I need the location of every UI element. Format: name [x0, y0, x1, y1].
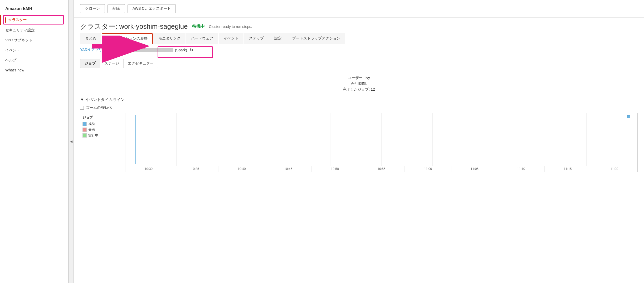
grid-line-2 [228, 113, 228, 166]
axis-label-4: 10:50 [311, 166, 358, 172]
sub-tab-executors[interactable]: エグゼキュター [123, 59, 158, 68]
grid-line-5 [381, 113, 382, 166]
grid-line-8 [535, 113, 535, 166]
axis-spacer [80, 166, 125, 172]
page-title: クラスター: work-yoshim-sageglue [80, 22, 188, 31]
grid-line-7 [484, 113, 484, 166]
tab-settings[interactable]: 設定 [269, 33, 287, 44]
breadcrumb-link[interactable]: YARN アプリケーション [80, 48, 121, 52]
axis-label-1: 10:35 [172, 166, 218, 172]
grid-line-4 [330, 113, 330, 166]
grid-line-3 [279, 113, 279, 166]
breadcrumb: YARN アプリケーション > (Spark) ↻ [74, 44, 644, 56]
axis-label-7: 11:05 [451, 166, 498, 172]
grid-line-9 [586, 113, 587, 166]
legend-title: ジョブ [82, 115, 123, 120]
breadcrumb-separator: > [122, 48, 124, 52]
breadcrumb-spark: (Spark) [175, 48, 187, 52]
sub-tab-jobs[interactable]: ジョブ [80, 59, 100, 68]
grid-line-0 [125, 113, 125, 166]
sub-tab-stages[interactable]: ステージ [100, 59, 124, 68]
user-label: ユーザー: livy [80, 76, 638, 80]
legend-success-color [82, 122, 87, 126]
refresh-button[interactable]: ↻ [190, 47, 193, 52]
job-bar-end-marker [627, 115, 630, 118]
sidebar-item-whatsnew[interactable]: What's new [0, 65, 68, 75]
page-header: クラスター: work-yoshim-sageglue 待機中 Cluster … [74, 18, 644, 33]
job-bar-1 [630, 115, 630, 164]
clone-button[interactable]: クローン [80, 4, 105, 13]
chart-legend: ジョブ 成功 失敗 実行中 [80, 113, 125, 166]
tab-steps[interactable]: ステップ [244, 33, 269, 44]
sidebar-item-clusters[interactable]: クラスター [0, 15, 68, 25]
sidebar-title: Amazon EMR [0, 3, 68, 15]
grid-line-6 [432, 113, 433, 166]
zoom-label: ズームの有効化 [86, 105, 112, 110]
breadcrumb-blurred [126, 48, 173, 52]
job-info: ユーザー: livy 合計時間: 完了したジョブ: 12 [74, 71, 644, 97]
grid-line-1 [176, 113, 177, 166]
timeline-section: ▼ イベントタイムライン ズームの有効化 ジョブ 成功 [74, 97, 644, 172]
sidebar-item-security[interactable]: セキュリティ設定 [0, 25, 68, 35]
total-time-label: 合計時間: [80, 81, 638, 86]
timeline-header: ▼ イベントタイムライン [80, 97, 638, 102]
axis-label-6: 11:00 [404, 166, 451, 172]
axis-labels-container: 10:30 10:35 10:40 10:45 10:50 10:55 11:0… [125, 166, 637, 172]
main-content: クローン 削除 AWS CLI エクスポート クラスター: work-yoshi… [74, 0, 644, 283]
sidebar: Amazon EMR クラスター セキュリティ設定 VPC サブネット イベント… [0, 0, 69, 283]
status-detail: Cluster ready to run steps. [209, 25, 252, 29]
legend-running-color [82, 133, 87, 138]
tab-summary[interactable]: まとめ [80, 33, 101, 44]
export-button[interactable]: AWS CLI エクスポート [128, 4, 176, 13]
axis-label-5: 10:55 [358, 166, 405, 172]
axis-label-0: 10:30 [125, 166, 172, 172]
main-tabs: まとめ アプリケーションの履歴 モニタリング ハードウェア イベント ステップ … [74, 33, 644, 44]
tab-bootstrap[interactable]: ブートストラップアクション [287, 33, 345, 44]
tab-monitoring[interactable]: モニタリング [153, 33, 186, 44]
zoom-control: ズームの有効化 [80, 105, 638, 110]
legend-failure-item: 失敗 [82, 127, 123, 132]
status-badge: 待機中 [192, 24, 205, 29]
sidebar-item-help[interactable]: ヘルプ [0, 55, 68, 65]
legend-success-label: 成功 [88, 121, 95, 126]
legend-running-item: 実行中 [82, 133, 123, 138]
chart-grid [125, 113, 637, 166]
axis-label-3: 10:45 [265, 166, 311, 172]
sidebar-item-events[interactable]: イベント [0, 45, 68, 55]
toolbar: クローン 削除 AWS CLI エクスポート [74, 0, 644, 18]
timeline-axis: 10:30 10:35 10:40 10:45 10:50 10:55 11:0… [80, 166, 637, 172]
axis-label-10: 11:20 [591, 166, 637, 172]
job-bar-0 [135, 115, 136, 164]
tab-events[interactable]: イベント [219, 33, 243, 44]
tab-hardware[interactable]: ハードウェア [186, 33, 218, 44]
zoom-checkbox[interactable] [80, 106, 84, 110]
legend-failure-color [82, 128, 87, 132]
tab-app-history[interactable]: アプリケーションの履歴 [102, 33, 153, 44]
legend-running-label: 実行中 [88, 133, 99, 138]
completed-jobs-label: 完了したジョブ: 12 [80, 87, 638, 92]
axis-label-9: 11:15 [544, 166, 591, 172]
timeline-title: ▼ イベントタイムライン [80, 97, 125, 102]
delete-button[interactable]: 削除 [108, 4, 125, 13]
sidebar-item-vpc[interactable]: VPC サブネット [0, 35, 68, 45]
axis-label-2: 10:40 [218, 166, 265, 172]
sub-tabs: ジョブ ステージ エグゼキュター [74, 56, 644, 71]
legend-success-item: 成功 [82, 121, 123, 126]
timeline-chart: ジョブ 成功 失敗 実行中 [80, 113, 638, 172]
legend-failure-label: 失敗 [88, 127, 95, 132]
sidebar-collapse-button[interactable]: ◀ [69, 0, 74, 283]
axis-label-8: 11:10 [498, 166, 544, 172]
